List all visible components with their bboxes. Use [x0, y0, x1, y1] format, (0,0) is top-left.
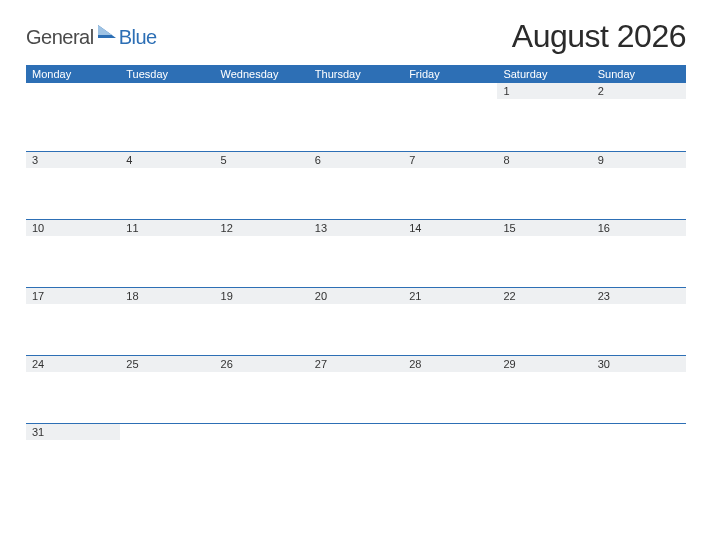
calendar-cell	[215, 83, 309, 151]
date-number: 22	[497, 288, 591, 304]
date-number: 2	[592, 83, 686, 99]
weekday-label: Friday	[403, 68, 497, 80]
week-row: 10111213141516	[26, 219, 686, 287]
calendar-cell: 30	[592, 356, 686, 423]
calendar-cell: 10	[26, 220, 120, 287]
date-number	[309, 424, 403, 440]
week-row: 12	[26, 83, 686, 151]
logo: General Blue	[26, 25, 157, 55]
calendar-cell: 1	[497, 83, 591, 151]
calendar-cell: 20	[309, 288, 403, 355]
calendar-cell: 2	[592, 83, 686, 151]
calendar-cell: 21	[403, 288, 497, 355]
weekday-label: Sunday	[592, 68, 686, 80]
weekday-label: Thursday	[309, 68, 403, 80]
date-number: 18	[120, 288, 214, 304]
svg-marker-1	[98, 25, 112, 35]
date-number: 19	[215, 288, 309, 304]
calendar-cell: 4	[120, 152, 214, 219]
calendar: Monday Tuesday Wednesday Thursday Friday…	[26, 65, 686, 491]
date-number: 6	[309, 152, 403, 168]
calendar-cell: 7	[403, 152, 497, 219]
date-number: 11	[120, 220, 214, 236]
date-number: 16	[592, 220, 686, 236]
calendar-cell	[215, 424, 309, 491]
weekday-label: Wednesday	[215, 68, 309, 80]
date-number: 30	[592, 356, 686, 372]
calendar-cell: 13	[309, 220, 403, 287]
weekday-label: Monday	[26, 68, 120, 80]
date-number	[497, 424, 591, 440]
weekday-label: Tuesday	[120, 68, 214, 80]
week-row: 3456789	[26, 151, 686, 219]
date-number: 17	[26, 288, 120, 304]
calendar-cell: 31	[26, 424, 120, 491]
date-number: 29	[497, 356, 591, 372]
date-number: 28	[403, 356, 497, 372]
date-number: 25	[120, 356, 214, 372]
date-number	[403, 83, 497, 99]
calendar-cell	[120, 83, 214, 151]
date-number	[309, 83, 403, 99]
logo-word-blue: Blue	[119, 26, 157, 49]
date-number	[120, 424, 214, 440]
calendar-cell: 27	[309, 356, 403, 423]
date-number: 3	[26, 152, 120, 168]
date-number: 5	[215, 152, 309, 168]
calendar-cell: 17	[26, 288, 120, 355]
calendar-cell: 19	[215, 288, 309, 355]
calendar-cell: 9	[592, 152, 686, 219]
calendar-cell	[497, 424, 591, 491]
date-number: 4	[120, 152, 214, 168]
calendar-cell: 23	[592, 288, 686, 355]
weekday-header: Monday Tuesday Wednesday Thursday Friday…	[26, 65, 686, 83]
date-number: 20	[309, 288, 403, 304]
date-number	[26, 83, 120, 99]
calendar-cell	[26, 83, 120, 151]
date-number: 21	[403, 288, 497, 304]
calendar-cell: 5	[215, 152, 309, 219]
calendar-cell: 29	[497, 356, 591, 423]
logo-triangle-icon	[98, 25, 116, 41]
date-number: 9	[592, 152, 686, 168]
calendar-cell: 18	[120, 288, 214, 355]
date-number: 12	[215, 220, 309, 236]
calendar-cell	[403, 424, 497, 491]
date-number: 26	[215, 356, 309, 372]
week-row: 31	[26, 423, 686, 491]
calendar-cell	[120, 424, 214, 491]
header: General Blue August 2026	[26, 18, 686, 55]
date-number: 10	[26, 220, 120, 236]
calendar-cell: 16	[592, 220, 686, 287]
date-number	[215, 424, 309, 440]
date-number: 15	[497, 220, 591, 236]
logo-word-general: General	[26, 26, 94, 49]
date-number: 7	[403, 152, 497, 168]
date-number: 1	[497, 83, 591, 99]
calendar-cell: 6	[309, 152, 403, 219]
page-title: August 2026	[512, 18, 686, 55]
week-row: 17181920212223	[26, 287, 686, 355]
date-number	[403, 424, 497, 440]
week-row: 24252627282930	[26, 355, 686, 423]
calendar-cell: 12	[215, 220, 309, 287]
date-number: 23	[592, 288, 686, 304]
date-number: 14	[403, 220, 497, 236]
date-number: 24	[26, 356, 120, 372]
calendar-cell	[592, 424, 686, 491]
calendar-cell: 22	[497, 288, 591, 355]
calendar-cell	[309, 424, 403, 491]
calendar-cell: 14	[403, 220, 497, 287]
date-number: 27	[309, 356, 403, 372]
date-number: 8	[497, 152, 591, 168]
calendar-cell	[403, 83, 497, 151]
calendar-cell: 3	[26, 152, 120, 219]
calendar-cell: 11	[120, 220, 214, 287]
calendar-cell: 28	[403, 356, 497, 423]
calendar-cell: 8	[497, 152, 591, 219]
date-number	[215, 83, 309, 99]
date-number	[120, 83, 214, 99]
date-number: 13	[309, 220, 403, 236]
date-number: 31	[26, 424, 120, 440]
calendar-cell: 26	[215, 356, 309, 423]
